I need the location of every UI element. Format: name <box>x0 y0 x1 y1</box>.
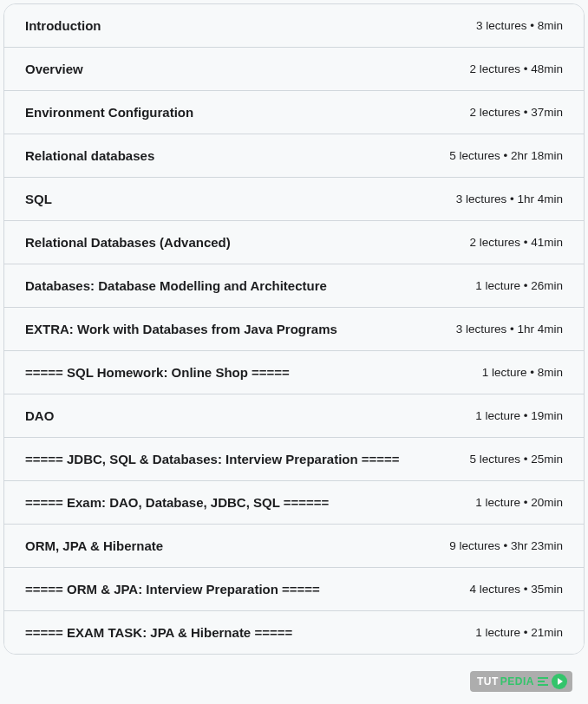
section-title: ===== EXAM TASK: JPA & Hibernate ===== <box>25 625 475 640</box>
section-title: ===== Exam: DAO, Database, JDBC, SQL ===… <box>25 495 475 510</box>
section-meta: 5 lectures • 2hr 18min <box>449 149 563 162</box>
section-row[interactable]: ===== Exam: DAO, Database, JDBC, SQL ===… <box>4 481 584 525</box>
section-row[interactable]: Overview2 lectures • 48min <box>4 48 584 91</box>
section-title: Databases: Database Modelling and Archit… <box>25 278 475 293</box>
section-title: Relational Databases (Advanced) <box>25 235 469 250</box>
section-row[interactable]: ===== ORM & JPA: Interview Preparation =… <box>4 568 584 611</box>
section-title: DAO <box>25 408 475 423</box>
section-meta: 9 lectures • 3hr 23min <box>449 539 563 552</box>
section-meta: 3 lectures • 1hr 4min <box>456 192 563 205</box>
section-row[interactable]: EXTRA: Work with Databases from Java Pro… <box>4 308 584 351</box>
section-row[interactable]: DAO1 lecture • 19min <box>4 394 584 438</box>
section-meta: 1 lecture • 20min <box>475 496 563 509</box>
section-meta: 3 lectures • 8min <box>476 19 563 32</box>
section-meta: 1 lecture • 21min <box>475 626 563 639</box>
section-title: Environment Configuration <box>25 105 469 120</box>
section-title: ===== ORM & JPA: Interview Preparation =… <box>25 582 469 596</box>
section-title: Introduction <box>25 18 476 33</box>
section-row[interactable]: ===== SQL Homework: Online Shop =====1 l… <box>4 351 584 394</box>
watermark-lines-icon <box>538 677 548 686</box>
section-title: Relational databases <box>25 148 449 163</box>
section-row[interactable]: SQL3 lectures • 1hr 4min <box>4 178 584 221</box>
section-meta: 5 lectures • 25min <box>469 453 563 466</box>
section-row[interactable]: ===== JDBC, SQL & Databases: Interview P… <box>4 438 584 481</box>
section-meta: 2 lectures • 37min <box>469 106 563 119</box>
play-icon <box>552 674 567 689</box>
section-row[interactable]: Environment Configuration2 lectures • 37… <box>4 91 584 134</box>
section-title: Overview <box>25 62 469 76</box>
section-meta: 1 lecture • 8min <box>482 366 563 379</box>
section-row[interactable]: Relational databases5 lectures • 2hr 18m… <box>4 134 584 178</box>
section-title: ===== JDBC, SQL & Databases: Interview P… <box>25 452 469 466</box>
section-row[interactable]: ===== EXAM TASK: JPA & Hibernate =====1 … <box>4 611 584 654</box>
section-row[interactable]: Introduction3 lectures • 8min <box>4 4 584 48</box>
section-meta: 3 lectures • 1hr 4min <box>456 323 563 336</box>
section-title: ===== SQL Homework: Online Shop ===== <box>25 365 482 380</box>
watermark-text-pedia: PEDIA <box>500 675 534 688</box>
section-row[interactable]: Relational Databases (Advanced)2 lecture… <box>4 221 584 264</box>
course-sections-list: Introduction3 lectures • 8minOverview2 l… <box>3 3 585 655</box>
section-meta: 2 lectures • 48min <box>469 62 563 75</box>
section-meta: 1 lecture • 19min <box>475 409 563 422</box>
section-title: EXTRA: Work with Databases from Java Pro… <box>25 322 456 336</box>
watermark-badge: TUT PEDIA <box>470 671 572 692</box>
section-row[interactable]: ORM, JPA & Hibernate9 lectures • 3hr 23m… <box>4 525 584 568</box>
watermark-text-tut: TUT <box>477 675 499 688</box>
section-row[interactable]: Databases: Database Modelling and Archit… <box>4 264 584 308</box>
section-meta: 1 lecture • 26min <box>475 279 563 292</box>
section-meta: 2 lectures • 41min <box>469 236 563 249</box>
section-title: SQL <box>25 192 456 206</box>
section-title: ORM, JPA & Hibernate <box>25 538 449 553</box>
section-meta: 4 lectures • 35min <box>469 583 563 596</box>
